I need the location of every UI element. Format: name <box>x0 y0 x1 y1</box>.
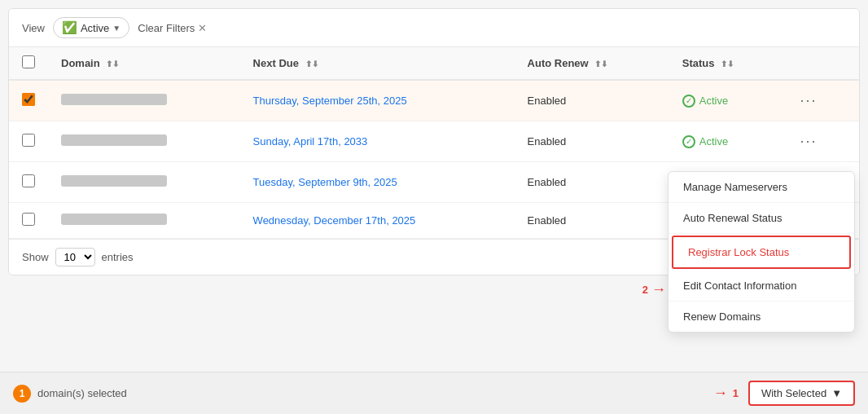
active-check-icon: ✅ <box>62 20 77 35</box>
entries-label: entries <box>102 251 134 263</box>
domain-name-placeholder <box>61 134 167 146</box>
selected-label: domain(s) selected <box>37 387 127 399</box>
show-entries-control: Show 10 25 50 entries <box>22 248 134 266</box>
domain-cell <box>48 203 240 239</box>
active-filter-badge[interactable]: ✅ Active ▼ <box>53 17 129 38</box>
close-icon: ✕ <box>198 22 207 34</box>
row-checkbox-cell <box>9 121 48 162</box>
selected-count-badge: 1 <box>13 385 31 403</box>
arrow-1-indicator: → 1 <box>713 385 739 402</box>
sort-icon-status: ⬆⬇ <box>721 59 734 68</box>
more-actions-button[interactable]: ··· <box>795 131 822 152</box>
domain-cell <box>48 121 240 162</box>
bottom-bar: 1 domain(s) selected → 1 With Selected ▼ <box>0 372 868 414</box>
selected-info: 1 domain(s) selected <box>13 385 127 403</box>
toolbar: View ✅ Active ▼ Clear Filters ✕ <box>9 9 859 47</box>
row-checkbox[interactable] <box>22 134 35 147</box>
column-header-actions <box>782 47 859 80</box>
row-checkbox-cell <box>9 203 48 239</box>
auto-renew-cell: Enabled <box>515 162 669 203</box>
auto-renew-cell: Enabled <box>515 203 669 239</box>
arrow-2-label: 2 <box>642 284 648 296</box>
clear-filters-label: Clear Filters <box>138 22 195 34</box>
domain-cell <box>48 80 240 121</box>
arrow-1-icon: → <box>713 385 728 402</box>
sort-icon-domain: ⬆⬇ <box>106 59 119 68</box>
table-row: Sunday, April 17th, 2033Enabled✓Active··… <box>9 121 859 162</box>
dropdown-item-manage-nameservers[interactable]: Manage Nameservers <box>669 172 854 203</box>
domain-name-placeholder <box>61 175 167 187</box>
column-header-domain: Domain ⬆⬇ <box>48 47 240 80</box>
more-actions-button[interactable]: ··· <box>795 90 822 111</box>
filter-active-label: Active <box>81 22 109 34</box>
next-due-cell: Sunday, April 17th, 2033 <box>240 121 515 162</box>
select-all-checkbox[interactable] <box>22 55 35 68</box>
dropdown-item-auto-renewal-status[interactable]: Auto Renewal Status <box>669 203 854 234</box>
domain-cell <box>48 162 240 203</box>
row-checkbox-cell <box>9 80 48 121</box>
status-label: Active <box>699 95 728 107</box>
status-check-circle-icon: ✓ <box>682 95 695 108</box>
row-checkbox[interactable] <box>22 174 35 187</box>
status-cell: ✓Active <box>669 121 783 162</box>
status-active-badge: ✓Active <box>682 135 769 148</box>
dropdown-item-renew-domains[interactable]: Renew Domains <box>669 302 854 332</box>
arrow-2-icon: → <box>651 281 666 298</box>
due-date-link[interactable]: Wednesday, December 17th, 2025 <box>253 214 416 227</box>
with-selected-label: With Selected <box>761 387 826 399</box>
due-date-link[interactable]: Thursday, September 25th, 2025 <box>253 95 407 107</box>
chevron-down-icon: ▼ <box>831 387 842 399</box>
arrow-1-label: 1 <box>733 387 739 399</box>
with-selected-button[interactable]: With Selected ▼ <box>748 381 855 406</box>
entries-per-page-select[interactable]: 10 25 50 <box>55 248 95 266</box>
row-checkbox-cell <box>9 162 48 203</box>
dropdown-item-edit-contact-info[interactable]: Edit Contact Information <box>669 271 854 302</box>
table-row: Thursday, September 25th, 2025Enabled✓Ac… <box>9 80 859 121</box>
sort-icon-next-due: ⬆⬇ <box>305 59 318 68</box>
column-header-next-due: Next Due ⬆⬇ <box>240 47 515 80</box>
status-cell: ✓Active <box>669 80 783 121</box>
row-checkbox[interactable] <box>22 213 35 226</box>
more-actions-cell: ··· <box>782 121 859 162</box>
auto-renew-cell: Enabled <box>515 121 669 162</box>
domain-name-placeholder <box>61 214 167 225</box>
clear-filters-button[interactable]: Clear Filters ✕ <box>138 22 207 34</box>
column-header-status: Status ⬆⬇ <box>669 47 783 80</box>
show-label: Show <box>22 251 49 263</box>
due-date-link[interactable]: Tuesday, September 9th, 2025 <box>253 176 397 188</box>
view-label: View <box>22 22 45 34</box>
domain-name-placeholder <box>61 94 167 105</box>
next-due-cell: Thursday, September 25th, 2025 <box>240 80 515 121</box>
next-due-cell: Tuesday, September 9th, 2025 <box>240 162 515 203</box>
auto-renew-cell: Enabled <box>515 80 669 121</box>
next-due-cell: Wednesday, December 17th, 2025 <box>240 203 515 239</box>
status-active-badge: ✓Active <box>682 95 769 108</box>
status-label: Active <box>699 135 728 148</box>
chevron-down-icon: ▼ <box>112 24 121 33</box>
dropdown-item-registrar-lock-status[interactable]: Registrar Lock Status <box>672 236 851 269</box>
column-header-auto-renew: Auto Renew ⬆⬇ <box>515 47 669 80</box>
more-actions-cell: ··· <box>782 80 859 121</box>
due-date-link[interactable]: Sunday, April 17th, 2033 <box>253 135 368 148</box>
select-all-header <box>9 47 48 80</box>
status-check-circle-icon: ✓ <box>682 135 695 148</box>
actions-dropdown-menu: Manage NameserversAuto Renewal StatusReg… <box>668 171 855 333</box>
row-checkbox[interactable] <box>22 93 35 106</box>
arrow-2-indicator: 2 → <box>642 281 666 298</box>
sort-icon-auto-renew: ⬆⬇ <box>594 59 607 68</box>
